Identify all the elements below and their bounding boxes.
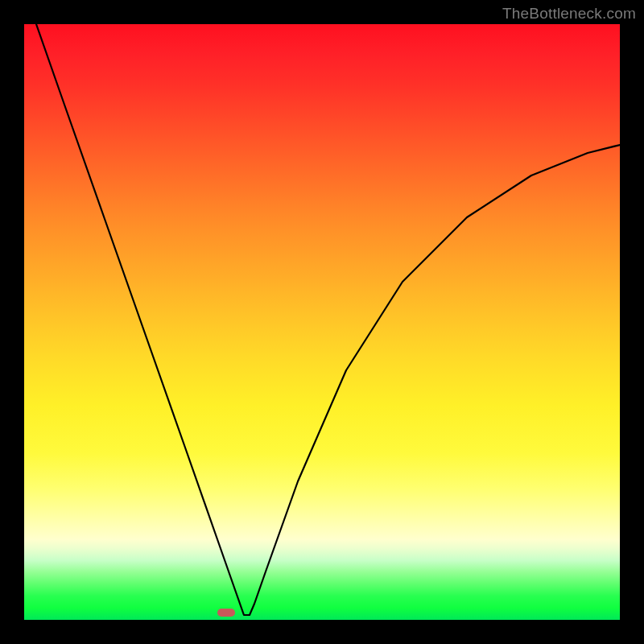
bottleneck-curve [24, 24, 620, 620]
optimal-point-marker [217, 609, 235, 617]
curve-path [36, 24, 620, 615]
watermark-text: TheBottleneck.com [502, 5, 636, 23]
